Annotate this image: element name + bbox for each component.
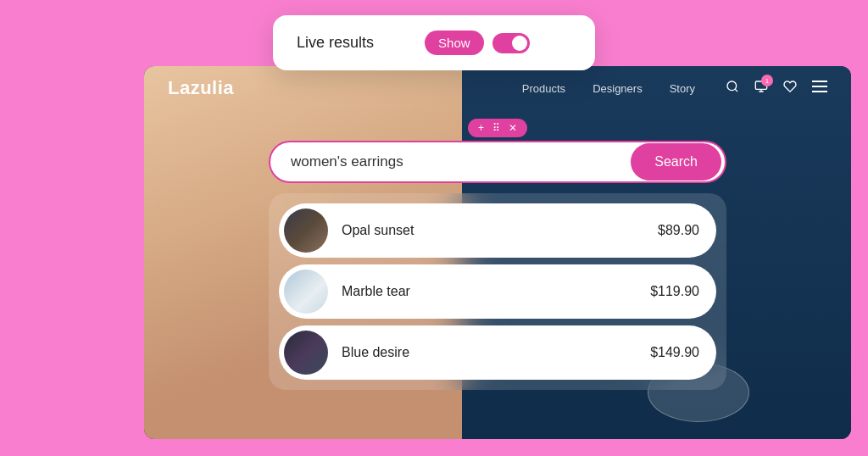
navbar: Lazulia Products Designers Story 1: [144, 66, 851, 110]
result-item-2[interactable]: Marble tear $119.90: [279, 264, 716, 319]
live-results-card: Live results Show: [273, 15, 595, 70]
cart-badge: 1: [761, 75, 773, 86]
logo: Lazulia: [168, 77, 234, 99]
svg-point-0: [727, 81, 737, 91]
cart-icon[interactable]: 1: [754, 80, 768, 97]
search-icon[interactable]: [726, 80, 739, 97]
result-item-3[interactable]: Blue desire $149.90: [279, 325, 716, 380]
toggle-knob: [512, 36, 527, 51]
show-label: Show: [425, 31, 484, 55]
result-thumb-2: [284, 270, 328, 314]
toolbar-drag-btn[interactable]: ⠿: [492, 122, 500, 134]
nav-icons: 1: [726, 80, 827, 97]
result-price-2: $119.90: [650, 284, 699, 299]
menu-icon[interactable]: [812, 81, 827, 96]
result-name-1: Opal sunset: [342, 223, 644, 238]
nav-designers[interactable]: Designers: [593, 82, 643, 95]
result-thumb-3: [284, 331, 328, 375]
nav-links: Products Designers Story: [522, 82, 695, 95]
result-price-1: $89.90: [658, 223, 699, 238]
result-name-2: Marble tear: [342, 284, 637, 299]
app-window: Lazulia Products Designers Story 1: [144, 66, 851, 439]
search-bar: Search: [269, 141, 726, 183]
live-results-label: Live results: [297, 34, 374, 52]
result-thumb-1: [284, 209, 328, 253]
toolbar-pill: + ⠿ ✕: [468, 119, 527, 137]
result-name-3: Blue desire: [342, 345, 637, 360]
result-price-3: $149.90: [650, 345, 699, 360]
nav-products[interactable]: Products: [522, 82, 565, 95]
toolbar-add-btn[interactable]: +: [478, 122, 484, 134]
search-area: + ⠿ ✕ Search Opal sunset $89.90 Marble t…: [269, 119, 726, 390]
result-item-1[interactable]: Opal sunset $89.90: [279, 203, 716, 258]
live-results-toggle[interactable]: [492, 33, 530, 53]
toggle-container: Show: [425, 31, 530, 55]
nav-story[interactable]: Story: [670, 82, 695, 95]
search-button[interactable]: Search: [631, 143, 721, 181]
toolbar-close-btn[interactable]: ✕: [509, 122, 517, 134]
results-dropdown: Opal sunset $89.90 Marble tear $119.90 B…: [269, 193, 726, 390]
search-toolbar: + ⠿ ✕: [269, 119, 726, 137]
search-input[interactable]: [270, 153, 631, 170]
wishlist-icon[interactable]: [783, 80, 797, 97]
